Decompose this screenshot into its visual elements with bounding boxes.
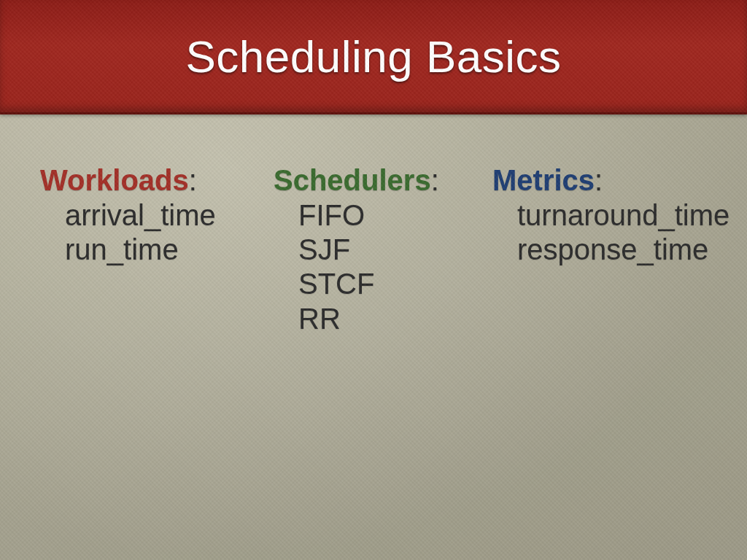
list-item: arrival_time bbox=[40, 198, 259, 233]
heading-workloads-colon: : bbox=[189, 164, 197, 196]
slide: Scheduling Basics Workloads: arrival_tim… bbox=[0, 0, 747, 560]
list-item: FIFO bbox=[274, 198, 478, 233]
heading-schedulers-label: Schedulers bbox=[274, 164, 431, 196]
heading-workloads: Workloads: bbox=[40, 164, 259, 197]
list-item: SJF bbox=[274, 233, 478, 267]
title-band: Scheduling Basics bbox=[0, 0, 747, 114]
list-item: STCF bbox=[274, 267, 478, 301]
list-item: response_time bbox=[492, 233, 740, 267]
heading-workloads-label: Workloads bbox=[40, 164, 189, 196]
column-workloads: Workloads: arrival_time run_time bbox=[40, 164, 259, 336]
column-metrics: Metrics: turnaround_time response_time bbox=[492, 164, 740, 336]
list-item: RR bbox=[274, 302, 478, 336]
heading-metrics-label: Metrics bbox=[492, 164, 595, 196]
heading-metrics-colon: : bbox=[595, 164, 603, 196]
column-schedulers: Schedulers: FIFO SJF STCF RR bbox=[274, 164, 478, 336]
heading-metrics: Metrics: bbox=[492, 164, 740, 197]
heading-schedulers-colon: : bbox=[431, 164, 439, 196]
slide-title: Scheduling Basics bbox=[185, 31, 561, 82]
heading-schedulers: Schedulers: bbox=[274, 164, 478, 197]
content-area: Workloads: arrival_time run_time Schedul… bbox=[40, 164, 732, 336]
list-item: run_time bbox=[40, 233, 259, 267]
list-item: turnaround_time bbox=[492, 198, 740, 233]
